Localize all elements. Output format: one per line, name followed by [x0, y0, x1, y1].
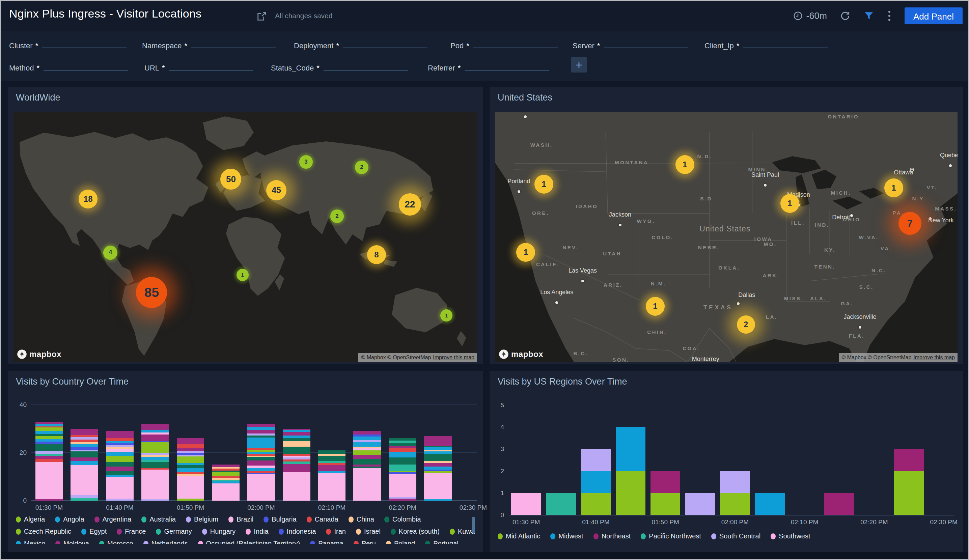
chart-bar[interactable]: [581, 449, 611, 515]
map-bubble[interactable]: 85: [136, 277, 167, 308]
mapbox-logo[interactable]: mapbox: [499, 349, 543, 359]
legend-item-iran[interactable]: Iran: [326, 528, 345, 535]
filter-input-cluster[interactable]: [42, 38, 127, 48]
legend-item-argentina[interactable]: Argentina: [95, 515, 132, 523]
map-bubble[interactable]: 3: [299, 155, 313, 169]
legend-item-peru[interactable]: Peru: [354, 540, 376, 544]
filter-input-deployment[interactable]: [343, 38, 428, 48]
map-bubble[interactable]: 2: [737, 316, 755, 334]
map-bubble[interactable]: 50: [220, 169, 241, 189]
map-bubble[interactable]: 1: [781, 194, 799, 213]
legend-item-moldova[interactable]: Moldova: [55, 540, 89, 544]
map-bubble[interactable]: 7: [899, 212, 921, 235]
legend-item-algeria[interactable]: Algeria: [16, 515, 45, 523]
time-range-button[interactable]: -60m: [793, 11, 827, 21]
filter-input-status-code[interactable]: [323, 60, 408, 70]
add-panel-button[interactable]: Add Panel: [904, 7, 962, 24]
legend-item-northeast[interactable]: Northeast: [593, 532, 631, 540]
chart-bar[interactable]: [651, 471, 681, 515]
map-bubble[interactable]: 18: [78, 189, 98, 208]
legend-item-angola[interactable]: Angola: [55, 515, 84, 523]
chart-bar[interactable]: [177, 438, 205, 501]
chart-bar[interactable]: [318, 450, 346, 501]
legend-item-morocco[interactable]: Morocco: [99, 540, 133, 544]
legend-item-panama[interactable]: Panama: [310, 540, 343, 544]
map-bubble[interactable]: 1: [516, 243, 535, 262]
more-options-button[interactable]: [887, 10, 892, 22]
chart-bar[interactable]: [142, 424, 169, 501]
chart-bar[interactable]: [106, 431, 133, 501]
add-filter-button[interactable]: +: [571, 57, 587, 73]
filter-input-namespace[interactable]: [191, 38, 276, 48]
legend-item-mid-atlantic[interactable]: Mid Atlantic: [498, 532, 540, 540]
legend-item-bulgaria[interactable]: Bulgaria: [263, 515, 296, 523]
legend-item-midwest[interactable]: Midwest: [550, 532, 583, 540]
share-icon[interactable]: [256, 10, 268, 22]
chart-bar[interactable]: [424, 436, 452, 501]
legend-item-australia[interactable]: Australia: [142, 515, 176, 523]
legend-item-poland[interactable]: Poland: [386, 540, 415, 544]
filter-input-server[interactable]: [604, 38, 688, 48]
chart-bar[interactable]: [824, 493, 854, 515]
legend-item-south-central[interactable]: South Central: [711, 532, 761, 540]
improve-map-link[interactable]: Improve this map: [433, 354, 475, 361]
filter-input-pod[interactable]: [473, 38, 558, 48]
legend-item-pacific-northwest[interactable]: Pacific Northwest: [641, 532, 701, 540]
legend-item-brazil[interactable]: Brazil: [228, 515, 253, 523]
mapbox-logo[interactable]: mapbox: [17, 349, 62, 359]
legend-item-kuwait[interactable]: Kuwait: [450, 528, 475, 535]
map-bubble[interactable]: 1: [884, 178, 903, 197]
map-bubble[interactable]: 1: [440, 309, 453, 321]
map-bubble[interactable]: 1: [646, 297, 665, 316]
chart-bar[interactable]: [353, 431, 381, 501]
filter-input-referrer[interactable]: [465, 60, 549, 70]
legend-item-canada[interactable]: Canada: [307, 515, 338, 523]
filter-input-method[interactable]: [43, 60, 128, 70]
map-bubble[interactable]: 1: [534, 175, 553, 194]
chart-bar[interactable]: [755, 493, 785, 515]
legend-item-occupied-palestinian-territory-[interactable]: Occupied (Palestinian Territory): [198, 540, 300, 544]
chart-bar[interactable]: [35, 422, 63, 501]
refresh-button[interactable]: [840, 10, 851, 21]
legend-item-korea-south-[interactable]: Korea (south): [391, 528, 440, 535]
legend-item-indonesia[interactable]: Indonesia: [279, 528, 316, 535]
chart-bar[interactable]: [894, 449, 924, 515]
legend-item-portugal[interactable]: Portugal: [425, 540, 458, 544]
chart-bar[interactable]: [283, 429, 310, 501]
legend-item-belgium[interactable]: Belgium: [186, 515, 218, 523]
map-bubble[interactable]: 1: [676, 155, 694, 174]
map-bubble[interactable]: 22: [399, 193, 421, 216]
chart-bar[interactable]: [511, 493, 541, 515]
map-bubble[interactable]: 8: [367, 245, 386, 264]
legend-item-france[interactable]: France: [117, 528, 146, 535]
map-bubble[interactable]: 4: [103, 246, 117, 260]
filter-input-client-ip[interactable]: [743, 38, 827, 48]
legend-item-netherlands[interactable]: Netherlands: [143, 540, 188, 544]
chart-bar[interactable]: [685, 493, 715, 515]
legend-item-israel[interactable]: Israel: [356, 528, 381, 535]
filter-input-url[interactable]: [169, 60, 253, 70]
filter-button[interactable]: [863, 10, 874, 21]
worldwide-map[interactable]: 18485504532218221 mapbox © Mapbox © Open…: [13, 112, 477, 362]
chart-bar[interactable]: [546, 493, 576, 515]
legend-item-germany[interactable]: Germany: [156, 528, 191, 535]
chart-bar[interactable]: [720, 471, 750, 515]
chart-bar[interactable]: [70, 429, 98, 501]
legend-item-china[interactable]: China: [348, 515, 374, 523]
map-bubble[interactable]: 2: [330, 209, 344, 223]
legend-item-egypt[interactable]: Egypt: [81, 528, 107, 535]
improve-map-link[interactable]: Improve this map: [913, 354, 955, 361]
chart-bar[interactable]: [247, 424, 275, 501]
chart-bar[interactable]: [212, 465, 240, 501]
legend-item-czech-republic[interactable]: Czech Republic: [16, 528, 71, 535]
map-bubble[interactable]: 45: [266, 180, 286, 200]
legend-item-southwest[interactable]: Southwest: [771, 532, 810, 540]
chart-bar[interactable]: [389, 438, 416, 501]
legend-item-colombia[interactable]: Colombia: [384, 515, 421, 523]
legend-scrollbar[interactable]: [472, 517, 475, 534]
us-map[interactable]: WASH.MONTANAN.D.S.D.MINN.WIS.MICH.ORE.ID…: [495, 112, 957, 362]
map-bubble[interactable]: 1: [236, 269, 249, 281]
legend-item-india[interactable]: India: [246, 528, 268, 535]
map-bubble[interactable]: 2: [355, 161, 368, 174]
legend-item-mexico[interactable]: Mexico: [16, 540, 45, 544]
